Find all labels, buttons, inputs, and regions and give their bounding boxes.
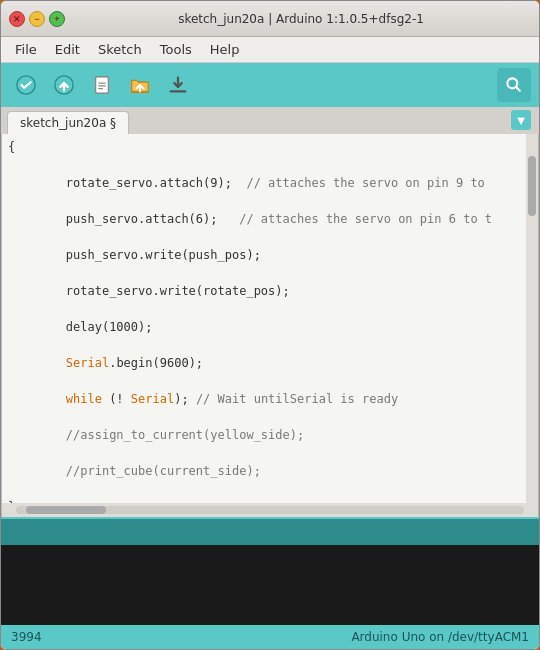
maximize-icon: + — [54, 14, 59, 24]
open-button[interactable] — [123, 68, 157, 102]
menu-bar: File Edit Sketch Tools Help — [1, 37, 539, 63]
save-icon — [167, 74, 189, 96]
upload-button[interactable] — [47, 68, 81, 102]
title-bar: ✕ − + sketch_jun20a | Arduino 1:1.0.5+df… — [1, 1, 539, 37]
vertical-scrollbar[interactable] — [526, 134, 538, 503]
code-editor[interactable]: { rotate_servo.attach(9); // attaches th… — [2, 134, 526, 503]
menu-sketch[interactable]: Sketch — [90, 40, 150, 59]
window-title: sketch_jun20a | Arduino 1:1.0.5+dfsg2-1 — [71, 12, 531, 26]
tab-bar: sketch_jun20a § ▼ — [1, 107, 539, 134]
new-button[interactable] — [85, 68, 119, 102]
tab-dropdown-button[interactable]: ▼ — [511, 110, 531, 130]
new-file-icon — [91, 74, 113, 96]
device-info: Arduino Uno on /dev/ttyACM1 — [351, 630, 529, 644]
minimize-icon: − — [34, 14, 39, 24]
close-icon: ✕ — [13, 14, 21, 24]
vertical-scrollbar-thumb[interactable] — [528, 156, 536, 216]
editor-container: { rotate_servo.attach(9); // attaches th… — [1, 134, 539, 517]
verify-icon — [15, 74, 37, 96]
svg-rect-3 — [96, 77, 109, 94]
upload-icon — [53, 74, 75, 96]
console-area — [1, 517, 539, 545]
menu-file[interactable]: File — [7, 40, 45, 59]
status-bar: 3994 Arduino Uno on /dev/ttyACM1 — [1, 625, 539, 649]
chevron-down-icon: ▼ — [517, 115, 525, 126]
verify-button[interactable] — [9, 68, 43, 102]
search-button[interactable] — [497, 68, 531, 102]
toolbar — [1, 63, 539, 107]
menu-edit[interactable]: Edit — [47, 40, 88, 59]
window-controls: ✕ − + — [9, 11, 65, 27]
char-count: 3994 — [11, 630, 42, 644]
menu-tools[interactable]: Tools — [152, 40, 200, 59]
editor-scroll-area[interactable]: { rotate_servo.attach(9); // attaches th… — [2, 134, 538, 503]
search-icon — [504, 75, 524, 95]
horizontal-scrollbar-track — [16, 506, 524, 514]
menu-help[interactable]: Help — [202, 40, 248, 59]
tab-label: sketch_jun20a § — [20, 116, 116, 130]
open-folder-icon — [129, 74, 151, 96]
close-button[interactable]: ✕ — [9, 11, 25, 27]
main-window: ✕ − + sketch_jun20a | Arduino 1:1.0.5+df… — [0, 0, 540, 650]
editor-tab[interactable]: sketch_jun20a § — [7, 111, 129, 134]
maximize-button[interactable]: + — [49, 11, 65, 27]
console-output — [1, 545, 539, 625]
horizontal-scrollbar-thumb[interactable] — [26, 506, 106, 514]
svg-line-10 — [516, 87, 520, 91]
save-button[interactable] — [161, 68, 195, 102]
minimize-button[interactable]: − — [29, 11, 45, 27]
horizontal-scrollbar[interactable] — [2, 503, 538, 517]
